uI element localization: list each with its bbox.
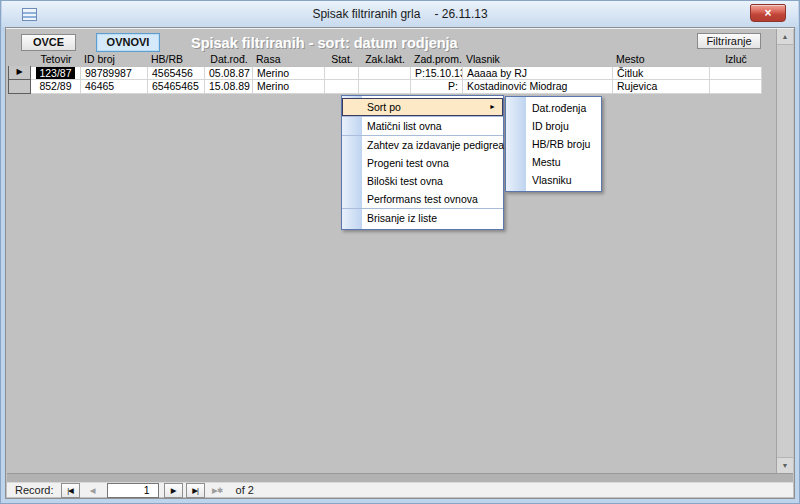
- record-nav-buttons-left: |◀◀: [61, 483, 102, 498]
- column-header-mesto: Mesto: [613, 53, 710, 66]
- submenu-item-vlasniku[interactable]: Vlasniku: [506, 171, 601, 189]
- selector-header: [8, 53, 31, 66]
- menu-item-bilo-ki-test-ovna[interactable]: Biloški test ovna: [342, 172, 503, 190]
- cell-zak_lakt[interactable]: [359, 66, 411, 80]
- column-header-id_broj: ID broj: [81, 53, 148, 66]
- previous-record-button: ◀: [83, 483, 102, 498]
- record-navigation: Record: |◀◀ ▶▶|▶✱ of 2: [7, 482, 793, 497]
- menu-item-label: Zahtev za izdavanje pedigrea: [367, 139, 504, 151]
- submenu-item-id-broju[interactable]: ID broju: [506, 117, 601, 135]
- close-button[interactable]: ×: [750, 4, 786, 22]
- record-count-label: of 2: [236, 484, 254, 496]
- cell-izluc[interactable]: [710, 66, 762, 80]
- last-record-button[interactable]: ▶|: [186, 483, 205, 498]
- vertical-scrollbar[interactable]: ▲ ▼: [776, 29, 793, 473]
- cell-zak_lakt[interactable]: [359, 80, 411, 94]
- column-header-dat_rod: Dat.rođ.: [205, 53, 253, 66]
- title-bar: Spisak filtriranih grla - 26.11.13 ×: [2, 1, 798, 27]
- scroll-up-icon[interactable]: ▲: [777, 29, 793, 45]
- column-header-hb_rb: HB/RB: [148, 53, 205, 66]
- cell-rasa[interactable]: Merino: [253, 80, 325, 94]
- first-record-button[interactable]: |◀: [61, 483, 80, 498]
- cell-izluc[interactable]: [710, 80, 762, 94]
- cell-hb_rb[interactable]: 65465465: [148, 80, 205, 94]
- cell-stat[interactable]: [325, 66, 359, 80]
- cell-id_broj[interactable]: 98789987: [81, 66, 148, 80]
- new-record-button: ▶✱: [208, 483, 227, 498]
- cell-mesto[interactable]: Čitluk: [613, 66, 710, 80]
- cell-tetovir[interactable]: 123/87: [31, 66, 81, 80]
- current-row-selector-icon[interactable]: ▶: [8, 66, 31, 80]
- table-row: ▶123/8798789987456545605.08.87MerinoP:15…: [8, 66, 762, 80]
- menu-item-label: Performans test ovnova: [367, 193, 478, 205]
- app-window: Spisak filtriranih grla - 26.11.13 × OVC…: [0, 0, 800, 504]
- data-grid: TetovirID brojHB/RBDat.rođ.RasaStat.Zak.…: [8, 53, 762, 94]
- cell-vlasnik[interactable]: Aaaaa by RJ: [463, 66, 613, 80]
- page-title: Spisak filtriranih - sort: datum rodjenj…: [191, 35, 458, 51]
- submenu-arrow-icon: ►: [489, 98, 496, 116]
- close-icon: ×: [764, 6, 771, 20]
- menu-item-label: Brisanje iz liste: [367, 212, 437, 224]
- menu-item-label: Biloški test ovna: [367, 175, 443, 187]
- column-header-zak_lakt: Zak.lakt.: [359, 53, 411, 66]
- cell-id_broj[interactable]: 46465: [81, 80, 148, 94]
- scroll-down-icon[interactable]: ▼: [777, 457, 793, 473]
- cell-zad_prom[interactable]: P:: [411, 80, 463, 94]
- cell-dat_rod[interactable]: 15.08.89: [205, 80, 253, 94]
- cell-tetovir[interactable]: 852/89: [31, 80, 81, 94]
- column-header-zad_prom: Zad.prom.: [411, 53, 463, 66]
- menu-item-mati-ni-list-ovna[interactable]: Matični list ovna: [342, 117, 503, 135]
- submenu-item-mestu[interactable]: Mestu: [506, 153, 601, 171]
- window-title-main: Spisak filtriranih grla: [312, 7, 420, 21]
- cell-vlasnik[interactable]: Kostadinović Miodrag: [463, 80, 613, 94]
- column-header-stat: Stat.: [325, 53, 359, 66]
- filtriranje-button[interactable]: Filtriranje: [697, 33, 761, 49]
- cell-mesto[interactable]: Rujevica: [613, 80, 710, 94]
- cell-rasa[interactable]: Merino: [253, 66, 325, 80]
- record-nav-buttons-right: ▶▶|▶✱: [164, 483, 227, 498]
- column-header-izluc: Izluč: [710, 53, 762, 66]
- menu-item-label: Matični list ovna: [367, 120, 442, 132]
- column-header-vlasnik: Vlasnik: [463, 53, 613, 66]
- cell-zad_prom[interactable]: P:15.10.13: [411, 66, 463, 80]
- window-title-date: - 26.11.13: [434, 7, 487, 21]
- window-title: Spisak filtriranih grla - 26.11.13: [312, 7, 487, 21]
- cell-dat_rod[interactable]: 05.08.87: [205, 66, 253, 80]
- horizontal-scrollbar[interactable]: [7, 473, 793, 482]
- grid-header-row: TetovirID brojHB/RBDat.rođ.RasaStat.Zak.…: [8, 53, 762, 66]
- ovnovi-button[interactable]: OVNOVI: [96, 33, 160, 52]
- cell-hb_rb[interactable]: 4565456: [148, 66, 205, 80]
- submenu-item-dat-ro-enja[interactable]: Dat.rođenja: [506, 99, 601, 117]
- sort-submenu: Dat.rođenjaID brojuHB/RB brojuMestuVlasn…: [505, 96, 602, 192]
- menu-item-zahtev-za-izdavanje-pedigrea[interactable]: Zahtev za izdavanje pedigrea: [342, 136, 503, 154]
- record-label: Record:: [15, 484, 54, 496]
- row-selector[interactable]: [8, 80, 31, 94]
- menu-item-label: Progeni test ovna: [367, 157, 449, 169]
- ovce-button[interactable]: OVCE: [21, 34, 76, 51]
- menu-item-progeni-test-ovna[interactable]: Progeni test ovna: [342, 154, 503, 172]
- submenu-item-hb-rb-broju[interactable]: HB/RB broju: [506, 135, 601, 153]
- menu-item-sort-po[interactable]: Sort po►: [342, 98, 503, 116]
- form-icon: [22, 8, 37, 21]
- column-header-rasa: Rasa: [253, 53, 325, 66]
- selected-cell-value: 123/87: [36, 67, 74, 79]
- next-record-button[interactable]: ▶: [164, 483, 183, 498]
- menu-item-performans-test-ovnova[interactable]: Performans test ovnova: [342, 190, 503, 208]
- menu-item-label: Sort po: [367, 101, 401, 113]
- cell-stat[interactable]: [325, 80, 359, 94]
- table-row: 852/89464656546546515.08.89MerinoP:Kosta…: [8, 80, 762, 94]
- record-number-input[interactable]: [107, 483, 159, 498]
- menu-item-brisanje-iz-liste[interactable]: Brisanje iz liste: [342, 209, 503, 227]
- column-header-tetovir: Tetovir: [31, 53, 81, 66]
- context-menu: Sort po►Matični list ovnaZahtev za izdav…: [341, 95, 504, 230]
